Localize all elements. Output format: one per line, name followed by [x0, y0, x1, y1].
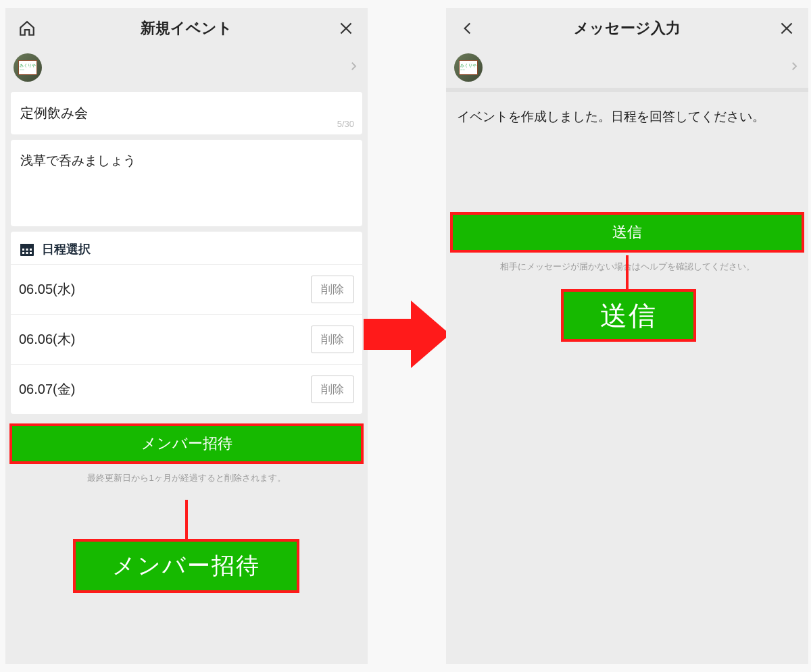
back-icon[interactable]	[457, 18, 478, 39]
annotation-callout-send: 送信	[561, 289, 696, 342]
annotation-callout-invite: メンバー招待	[73, 539, 299, 593]
date-label: 06.07(金)	[19, 380, 75, 398]
header: 新規イベント	[5, 8, 368, 49]
svg-rect-4	[30, 249, 32, 251]
page-title: メッセージ入力	[574, 18, 681, 38]
svg-rect-3	[26, 249, 28, 251]
screen-message-input: メッセージ入力 みくりや~~ イベントを作成しました。日程を回答してください。 …	[446, 8, 808, 664]
close-icon[interactable]	[776, 18, 797, 39]
chevron-right-icon	[788, 60, 800, 75]
calendar-icon	[19, 241, 35, 257]
annotation-connector	[185, 500, 188, 540]
delete-date-button[interactable]: 削除	[311, 376, 354, 403]
send-button[interactable]: 送信	[451, 213, 803, 251]
chevron-right-icon	[347, 60, 360, 75]
svg-rect-7	[30, 252, 32, 254]
header: メッセージ入力	[446, 8, 808, 49]
char-counter: 5/30	[337, 119, 354, 129]
annotation-connector	[626, 255, 629, 289]
home-icon[interactable]	[16, 18, 38, 39]
close-icon[interactable]	[335, 18, 357, 39]
svg-rect-6	[26, 252, 28, 254]
date-section: 日程選択 06.05(水) 削除 06.06(木) 削除 06.07(金) 削除	[11, 232, 362, 414]
group-selector[interactable]: みくりや~~	[5, 49, 368, 86]
svg-rect-1	[20, 244, 34, 247]
date-row: 06.07(金) 削除	[11, 364, 362, 414]
event-desc-card[interactable]: 浅草で呑みましょう	[11, 140, 362, 226]
message-input[interactable]: イベントを作成しました。日程を回答してください。	[446, 92, 808, 132]
date-row: 06.05(水) 削除	[11, 264, 362, 314]
date-section-header: 日程選択	[11, 232, 362, 264]
spacer	[446, 132, 808, 213]
invite-members-button[interactable]: メンバー招待	[11, 425, 362, 463]
arrow-right-icon	[364, 297, 450, 371]
group-avatar: みくりや~~	[14, 53, 42, 82]
svg-rect-5	[22, 252, 24, 254]
date-label: 06.05(水)	[19, 280, 75, 299]
date-row: 06.06(木) 削除	[11, 314, 362, 364]
group-avatar: みくりや~~	[454, 53, 483, 82]
screen-new-event: 新規イベント みくりや~~ 定例飲み会 5/30 浅草で呑みましょう 日程選択 …	[5, 8, 368, 664]
event-name-card[interactable]: 定例飲み会 5/30	[11, 92, 362, 134]
event-desc-input[interactable]: 浅草で呑みましょう	[20, 152, 353, 199]
delete-date-button[interactable]: 削除	[311, 326, 354, 353]
retention-hint: 最終更新日から1ヶ月が経過すると削除されます。	[5, 472, 368, 484]
event-name-input[interactable]: 定例飲み会	[20, 104, 353, 122]
group-selector[interactable]: みくりや~~	[446, 49, 808, 86]
svg-marker-8	[364, 301, 450, 368]
delete-date-button[interactable]: 削除	[311, 276, 354, 303]
page-title: 新規イベント	[141, 18, 232, 38]
date-label: 06.06(木)	[19, 330, 75, 348]
date-section-title: 日程選択	[42, 241, 91, 257]
svg-rect-2	[22, 249, 24, 251]
